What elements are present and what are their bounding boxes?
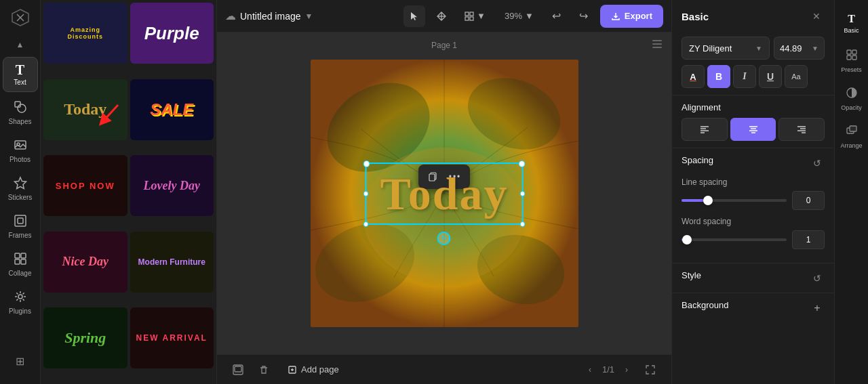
align-left-button[interactable]	[682, 118, 728, 141]
title-dropdown-icon[interactable]: ▼	[305, 12, 313, 21]
sidebar-item-label: Shapes	[9, 118, 32, 125]
template-shop-now[interactable]: SHOP NOW	[43, 155, 127, 216]
font-name: ZY Diligent	[689, 43, 732, 54]
add-page-label: Add page	[301, 364, 339, 375]
text-transform-button[interactable]: Aa	[785, 65, 808, 88]
template-lovely-day[interactable]: Lovely Day	[130, 155, 214, 216]
app-logo[interactable]	[8, 5, 33, 30]
handle-bottom-right[interactable]	[519, 221, 525, 227]
canvas-text-box[interactable]: Today	[366, 163, 524, 225]
canvas-container[interactable]: Page 1	[217, 33, 671, 354]
fullscreen-button[interactable]	[640, 360, 660, 380]
svg-rect-7	[18, 218, 23, 223]
far-right-opacity[interactable]: Opacity	[837, 81, 866, 116]
font-family-selector[interactable]: ZY Diligent ▼	[682, 37, 770, 60]
template-modern-furniture[interactable]: Modern Furniture	[130, 232, 214, 293]
template-sale[interactable]: SALE	[130, 79, 214, 140]
template-amazing-discounts[interactable]: Amazing Discounts	[43, 3, 127, 64]
toolbar-file-area: ☁ Untitled image ▼	[225, 9, 313, 22]
spacing-title: Spacing	[682, 155, 713, 165]
far-right-basic[interactable]: T Basic	[837, 5, 866, 41]
presets-icon	[846, 49, 858, 64]
svg-rect-18	[652, 40, 662, 41]
export-button[interactable]: Export	[600, 5, 663, 28]
template-new-arrival[interactable]: NEW ARRIVAL	[130, 307, 214, 368]
rotate-handle[interactable]: ↻	[437, 232, 451, 245]
prev-page-button[interactable]: ‹	[582, 362, 598, 378]
template-spring[interactable]: Spring	[43, 307, 127, 368]
delete-page-button[interactable]	[254, 360, 274, 380]
far-right-arrange[interactable]: Arrange	[837, 119, 866, 154]
template-purple[interactable]: Purple	[130, 3, 214, 64]
word-spacing-thumb[interactable]	[682, 235, 692, 244]
templates-grid: Amazing Discounts Purple Today SA	[41, 0, 216, 384]
align-center-button[interactable]	[730, 118, 776, 141]
top-toolbar: ☁ Untitled image ▼ ▼	[217, 0, 671, 33]
far-right-presets[interactable]: Presets	[837, 43, 866, 79]
word-spacing-track[interactable]	[682, 238, 787, 241]
page-menu-button[interactable]	[651, 38, 663, 53]
zoom-level: 39%	[505, 11, 522, 21]
word-spacing-value[interactable]: 1	[792, 230, 825, 249]
view-options-button[interactable]: ▼	[458, 5, 492, 27]
text-icon: T	[16, 63, 24, 77]
svg-rect-34	[847, 56, 851, 60]
svg-rect-17	[470, 17, 473, 20]
arrange-icon	[846, 125, 858, 140]
svg-rect-10	[15, 259, 20, 264]
sidebar-item-text[interactable]: T Text	[3, 57, 38, 92]
template-nice-day[interactable]: Nice Day	[43, 232, 127, 293]
spacing-reset-button[interactable]: ↺	[810, 156, 825, 171]
word-spacing-row: Word spacing 1	[682, 217, 825, 249]
svg-rect-9	[21, 253, 26, 258]
sidebar-item-label: Photos	[9, 156, 31, 163]
zoom-button[interactable]: 39% ▼	[498, 5, 540, 27]
line-spacing-thumb[interactable]	[703, 196, 713, 205]
underline-button[interactable]: U	[759, 65, 782, 88]
sidebar-item-label: Text	[14, 79, 26, 86]
handle-bottom-left[interactable]	[363, 221, 369, 227]
canvas-frame[interactable]: ••• Today ↻	[311, 60, 578, 327]
svg-rect-35	[852, 56, 856, 60]
add-page-icon-button[interactable]	[228, 360, 248, 380]
sidebar-item-label: Plugins	[9, 307, 31, 315]
svg-rect-20	[652, 47, 662, 48]
word-spacing-label: Word spacing	[682, 217, 825, 226]
template-today[interactable]: Today	[43, 79, 127, 140]
undo-button[interactable]: ↩	[546, 5, 568, 27]
panel-close-button[interactable]: ✕	[808, 8, 825, 24]
line-spacing-value[interactable]: 0	[792, 191, 825, 210]
svg-rect-38	[850, 126, 856, 131]
style-reset-button[interactable]: ↺	[810, 271, 825, 286]
handle-middle-left[interactable]	[363, 191, 369, 196]
redo-button[interactable]: ↪	[573, 5, 595, 27]
add-page-button[interactable]: Add page	[279, 360, 347, 379]
pan-tool-button[interactable]	[431, 5, 452, 27]
add-background-button[interactable]: +	[810, 301, 825, 316]
svg-rect-19	[652, 43, 662, 45]
format-buttons-row: A B I U Aa	[682, 65, 825, 88]
sidebar-item-photos[interactable]: Photos	[3, 133, 38, 168]
text-color-button[interactable]: A	[682, 65, 705, 88]
sidebar-item-stickers[interactable]: Stickers	[3, 171, 38, 206]
line-spacing-track[interactable]	[682, 199, 787, 202]
sidebar-item-collage[interactable]: Collage	[3, 247, 38, 282]
canvas-text-element[interactable]: Today ↻	[366, 163, 524, 225]
italic-button[interactable]: I	[733, 65, 756, 88]
photos-icon	[14, 138, 27, 154]
select-tool-button[interactable]	[403, 5, 425, 27]
sidebar-item-plugins[interactable]: Plugins	[3, 284, 38, 320]
sidebar-item-more[interactable]: ⊞	[3, 343, 38, 379]
collapse-button[interactable]: ▲	[8, 38, 33, 51]
align-right-button[interactable]	[778, 118, 825, 141]
sidebar-item-shapes[interactable]: Shapes	[3, 95, 38, 130]
svg-rect-15	[470, 12, 473, 16]
next-page-button[interactable]: ›	[618, 362, 635, 378]
alignment-buttons	[682, 118, 825, 141]
handle-middle-right[interactable]	[519, 191, 525, 196]
sidebar-item-frames[interactable]: Frames	[3, 209, 38, 244]
main-area: ☁ Untitled image ▼ ▼	[217, 0, 671, 384]
font-size-selector[interactable]: 44.89 ▼	[774, 37, 825, 60]
right-panel: Basic ✕ ZY Diligent ▼ 44.89 ▼ A B I U Aa…	[671, 0, 834, 384]
bold-button[interactable]: B	[707, 65, 730, 88]
